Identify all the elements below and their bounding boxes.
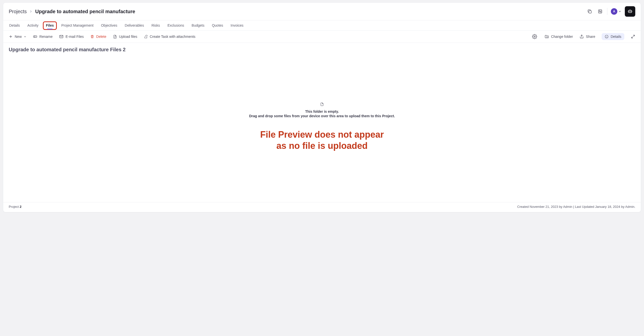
details-label: Details — [610, 35, 621, 39]
tab-project-management[interactable]: Project Management — [61, 20, 94, 30]
user-avatar[interactable]: A — [611, 8, 621, 15]
new-button[interactable]: New — [9, 35, 26, 39]
tab-objectives[interactable]: Objectives — [100, 20, 118, 30]
svg-point-7 — [534, 36, 535, 37]
tab-label: Objectives — [101, 23, 117, 27]
change-folder-button[interactable]: Change folder — [544, 34, 573, 39]
file-icon — [320, 102, 324, 106]
svg-point-4 — [630, 11, 631, 12]
chevron-down-icon — [24, 35, 26, 38]
upload-files-button[interactable]: Upload files — [113, 35, 137, 39]
upload-files-label: Upload files — [119, 35, 137, 39]
empty-state: This folder is empty. Drag and drop some… — [9, 102, 635, 118]
delete-label: Delete — [96, 35, 106, 39]
chat-bot-button[interactable] — [625, 6, 635, 17]
tab-label: Details — [9, 23, 20, 27]
tabs-bar: DetailsActivityFilesProject ManagementOb… — [3, 20, 641, 31]
toolbar: New Rename E-mail Files Delete Up — [3, 31, 641, 43]
page-title: Upgrade to automated pencil manufacture … — [9, 47, 635, 52]
footer: Project 2 Created November 21, 2023 by A… — [3, 202, 641, 212]
details-button[interactable]: Details — [602, 33, 624, 40]
copy-icon[interactable] — [586, 8, 593, 15]
content-area: Upgrade to automated pencil manufacture … — [3, 43, 641, 202]
footer-project: Project 2 — [9, 205, 22, 209]
tab-label: Budgets — [192, 23, 204, 27]
tab-label: Exclusions — [168, 23, 184, 27]
breadcrumb-title: Upgrade to automated pencil manufacture — [35, 9, 135, 14]
tab-details[interactable]: Details — [9, 20, 20, 30]
email-files-button[interactable]: E-mail Files — [59, 34, 84, 39]
create-task-label: Create Task with attachments — [150, 35, 196, 39]
footer-project-num: 2 — [20, 205, 22, 209]
change-folder-label: Change folder — [551, 35, 573, 39]
tab-exclusions[interactable]: Exclusions — [167, 20, 185, 30]
svg-rect-2 — [628, 10, 632, 12]
annotation-line-1: File Preview does not appear — [9, 129, 635, 140]
tab-budgets[interactable]: Budgets — [191, 20, 205, 30]
topbar: Projects Upgrade to automated pencil man… — [3, 3, 641, 20]
email-files-label: E-mail Files — [66, 35, 84, 39]
svg-point-3 — [629, 11, 630, 12]
tab-label: Files — [46, 23, 54, 27]
expand-icon[interactable] — [631, 34, 635, 39]
tab-deliverables[interactable]: Deliverables — [124, 20, 144, 30]
tab-label: Quotes — [212, 23, 223, 27]
chevron-right-icon — [29, 10, 33, 13]
rename-button[interactable]: Rename — [33, 34, 52, 39]
breadcrumb: Projects Upgrade to automated pencil man… — [9, 9, 135, 14]
annotation-overlay: File Preview does not appear as no file … — [9, 129, 635, 151]
tab-quotes[interactable]: Quotes — [211, 20, 224, 30]
empty-line-1: This folder is empty. — [9, 110, 635, 114]
avatar-initial: A — [611, 8, 617, 15]
create-task-button[interactable]: Create Task with attachments — [144, 35, 196, 39]
delete-button[interactable]: Delete — [90, 35, 106, 39]
tab-label: Project Management — [61, 23, 94, 27]
breadcrumb-root[interactable]: Projects — [9, 9, 27, 14]
divider — [607, 8, 607, 15]
empty-line-2: Drag and drop some files from your devic… — [9, 114, 635, 118]
footer-meta: Created November 21, 2023 by Admin | Las… — [517, 205, 635, 209]
annotation-line-2: as no file is uploaded — [9, 140, 635, 151]
svg-rect-5 — [34, 36, 37, 37]
rename-label: Rename — [40, 35, 52, 39]
settings-wizard-icon[interactable] — [531, 33, 538, 40]
topbar-actions: A — [586, 6, 635, 17]
tab-label: Invoices — [230, 23, 243, 27]
tab-label: Risks — [152, 23, 160, 27]
share-label: Share — [586, 35, 595, 39]
share-button[interactable]: Share — [580, 34, 595, 39]
chevron-down-icon — [618, 10, 621, 13]
tab-activity[interactable]: Activity — [27, 20, 39, 30]
tab-label: Activity — [28, 23, 38, 27]
footer-project-label: Project — [9, 205, 20, 209]
svg-rect-0 — [589, 11, 592, 13]
tab-risks[interactable]: Risks — [151, 20, 160, 30]
new-label: New — [15, 35, 22, 39]
notion-icon[interactable] — [597, 8, 604, 15]
tab-invoices[interactable]: Invoices — [230, 20, 244, 30]
tab-files[interactable]: Files — [45, 20, 54, 30]
tab-label: Deliverables — [125, 23, 144, 27]
